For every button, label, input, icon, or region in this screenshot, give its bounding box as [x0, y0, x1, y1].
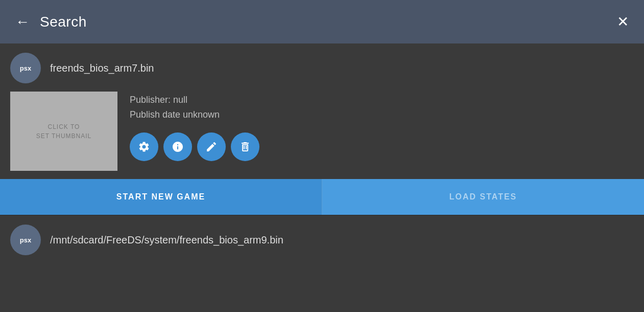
detail-panel: CLICK TOSET THUMBNAIL Publisher: null Pu…	[0, 83, 644, 179]
thumbnail-text: CLICK TOSET THUMBNAIL	[36, 122, 92, 141]
close-icon: ✕	[617, 14, 629, 30]
back-icon: ←	[15, 15, 30, 29]
info-button[interactable]	[163, 132, 192, 161]
action-buttons	[130, 132, 259, 161]
header-left: ← Search	[15, 14, 87, 30]
delete-icon	[239, 141, 251, 153]
thumbnail-button[interactable]: CLICK TOSET THUMBNAIL	[10, 92, 117, 171]
result-1-filename: freends_bios_arm7.bin	[50, 62, 154, 74]
result-2-item[interactable]: psx /mnt/sdcard/FreeDS/system/freends_bi…	[0, 215, 644, 264]
close-button[interactable]: ✕	[617, 15, 629, 29]
svg-rect-1	[246, 146, 247, 149]
back-button[interactable]: ←	[15, 15, 30, 29]
page-title: Search	[40, 14, 87, 30]
content-area: psx freends_bios_arm7.bin CLICK TOSET TH…	[0, 43, 644, 264]
svg-rect-0	[244, 146, 245, 149]
publish-date-text: Publish date unknown	[130, 109, 259, 120]
load-states-button[interactable]: LOAD STATES	[322, 179, 644, 215]
edit-button[interactable]	[197, 132, 226, 161]
platform-badge-1: psx	[10, 53, 41, 83]
meta-info: Publisher: null Publish date unknown	[130, 92, 259, 161]
info-icon	[172, 141, 184, 153]
delete-button[interactable]	[231, 132, 259, 161]
result-1-header: psx freends_bios_arm7.bin	[0, 43, 644, 83]
result-2-filename: /mnt/sdcard/FreeDS/system/freends_bios_a…	[50, 234, 283, 246]
bottom-buttons: START NEW GAME LOAD STATES	[0, 179, 644, 215]
start-new-game-button[interactable]: START NEW GAME	[0, 179, 322, 215]
platform-badge-2: psx	[10, 225, 41, 255]
edit-icon	[205, 141, 218, 153]
publisher-text: Publisher: null	[130, 95, 259, 105]
header: ← Search ✕	[0, 0, 644, 43]
gear-icon	[138, 141, 150, 153]
settings-button[interactable]	[130, 132, 158, 161]
